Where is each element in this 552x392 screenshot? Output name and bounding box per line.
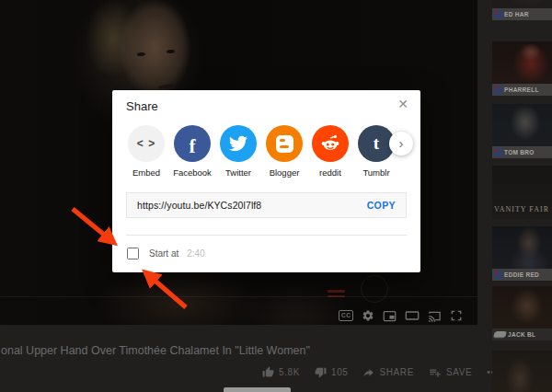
copy-button[interactable]: COPY [367, 200, 396, 211]
thumbnail-caption: VANITY FAIR [492, 205, 552, 213]
closed-captions-icon[interactable]: CC [339, 310, 353, 321]
divider [126, 235, 407, 236]
show-logo [494, 148, 502, 156]
share-url[interactable]: https://youtu.be/KYCs20l7lf8 [137, 200, 367, 211]
chevron-right-icon[interactable]: › [389, 132, 413, 156]
theater-mode-icon[interactable] [405, 310, 420, 321]
save-button[interactable]: SAVE [429, 367, 472, 378]
start-at-time[interactable]: 2:40 [187, 248, 204, 259]
progress-bar[interactable] [0, 296, 477, 297]
video-frame-art [158, 84, 173, 90]
video-frame-art [137, 52, 145, 57]
show-logo [494, 271, 502, 279]
share-dialog: Share ✕ < > Embed f Facebook Twitter [112, 90, 420, 272]
script-logo [493, 331, 507, 338]
share-button[interactable]: SHARE [362, 367, 413, 378]
share-target-reddit[interactable]: reddit [312, 125, 349, 178]
youtube-page: CC onal Upper Hand Over Timothée Chalame… [0, 0, 552, 392]
share-target-tumblr[interactable]: t Tumblr [358, 125, 395, 178]
thumbs-up-icon [262, 366, 274, 378]
thumbs-down-icon [315, 366, 327, 378]
embed-icon: < > [128, 125, 165, 162]
miniplayer-icon[interactable] [383, 310, 397, 322]
recommended-thumbnail[interactable]: JACK BL [492, 286, 552, 340]
thumbnail-caption: PHARRELL [504, 86, 539, 93]
dialog-title: Share [126, 99, 158, 113]
thumbnail-caption: ED HAR [504, 11, 529, 17]
in-video-graphic [328, 290, 345, 300]
share-arrow-icon [362, 367, 374, 378]
recommended-thumbnail[interactable]: VANITY FAIR [492, 166, 552, 219]
player-controls: CC [339, 307, 463, 324]
blogger-icon [266, 125, 303, 162]
show-logo [494, 10, 502, 18]
share-label: SHARE [379, 367, 413, 377]
thumbnail-caption: EDDIE RED [504, 271, 539, 278]
save-label: SAVE [446, 367, 472, 377]
settings-gear-icon[interactable] [362, 309, 374, 322]
close-icon[interactable]: ✕ [396, 96, 410, 112]
video-title: onal Upper Hand Over Timothée Chalamet I… [1, 344, 351, 357]
recommended-thumbnail[interactable]: PHARRELL [492, 41, 552, 96]
save-playlist-icon [429, 367, 442, 378]
like-button[interactable]: 5.8K [262, 366, 300, 378]
share-target-blogger[interactable]: Blogger [266, 125, 303, 178]
recommended-thumbnail[interactable]: ED HAR [492, 0, 552, 20]
recommended-thumbnail[interactable]: TOM BRO [492, 104, 552, 158]
recommended-thumbnail[interactable]: EDDIE RED [492, 226, 552, 281]
share-url-field: https://youtu.be/KYCs20l7lf8 COPY [126, 192, 407, 218]
show-logo [494, 86, 502, 94]
like-count: 5.8K [279, 367, 300, 377]
thumbnail-caption: TOM BRO [504, 149, 535, 156]
start-at-checkbox[interactable] [127, 248, 139, 259]
recommended-thumbnail[interactable] [492, 351, 552, 392]
share-target-embed[interactable]: < > Embed [128, 125, 165, 178]
share-targets-row: < > Embed f Facebook Twitter Blogger [128, 125, 395, 178]
thumbnail-caption: JACK BL [508, 331, 535, 338]
cast-icon[interactable] [428, 310, 442, 322]
fullscreen-icon[interactable] [450, 309, 463, 322]
dislike-count: 105 [331, 367, 349, 377]
video-frame-art [167, 50, 175, 54]
dislike-button[interactable]: 105 [315, 366, 349, 378]
partial-element [224, 387, 291, 392]
reddit-icon [312, 125, 349, 162]
channel-watermark[interactable] [361, 275, 388, 303]
share-target-facebook[interactable]: f Facebook [174, 125, 211, 178]
video-actions: 5.8K 105 SHARE SAVE ••• [262, 366, 499, 378]
twitter-icon [220, 125, 257, 162]
share-target-twitter[interactable]: Twitter [220, 125, 257, 178]
start-at-row: Start at 2:40 [127, 248, 205, 259]
facebook-icon: f [174, 125, 211, 162]
start-at-label: Start at [149, 248, 178, 259]
